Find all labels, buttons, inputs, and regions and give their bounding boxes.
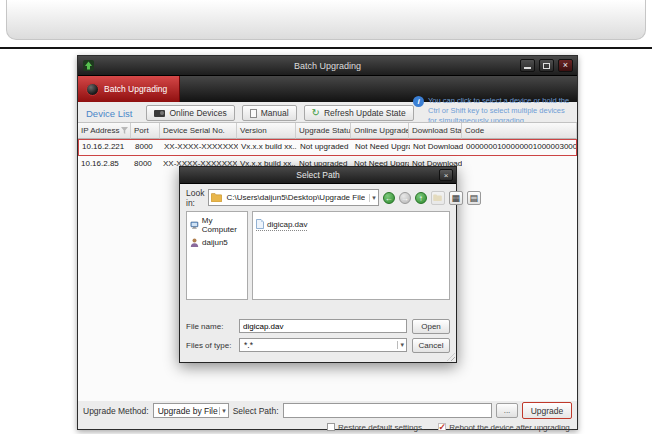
files-of-type-label: Files of type: <box>186 341 234 350</box>
new-folder-button[interactable] <box>431 191 445 205</box>
table-row-selected[interactable]: 10.16.2.221 8000 XX-XXXX-XXXXXXXXX... Vx… <box>78 139 577 156</box>
refresh-icon: ↻ <box>312 108 320 118</box>
grid-view-icon: ▦ <box>451 193 460 203</box>
col-download-state[interactable]: Download State <box>409 123 462 139</box>
cell-version: Vx.x.x build xx... <box>238 140 297 155</box>
reboot-label: Reboot the device after upgrading. <box>449 423 572 432</box>
upgrade-method-select[interactable]: Upgrade by File ▾ <box>153 403 229 418</box>
col-port[interactable]: Port <box>131 123 160 139</box>
user-icon <box>190 238 199 247</box>
manual-label: Manual <box>261 108 289 118</box>
places-sidebar: My Computer daijun5 <box>186 211 248 300</box>
footer-options: Restore default settings. ✓ Reboot the d… <box>327 421 572 433</box>
open-button[interactable]: Open <box>412 319 450 334</box>
divider-line <box>0 47 652 49</box>
cell-serial: XX-XXXX-XXXXXXXXX... <box>161 140 238 155</box>
close-icon: × <box>563 61 568 70</box>
screen: Batch Upgrading × Batch Upgrading Device… <box>0 0 652 434</box>
col-code[interactable]: Code <box>462 123 577 139</box>
file-list: digicap.dav <box>252 211 450 300</box>
batch-upgrading-window: Batch Upgrading × Batch Upgrading Device… <box>77 55 578 430</box>
window-titlebar: Batch Upgrading × <box>78 56 577 76</box>
restore-defaults-checkbox[interactable]: Restore default settings. <box>327 423 424 432</box>
place-label: My Computer <box>202 216 244 234</box>
restore-defaults-label: Restore default settings. <box>338 423 424 432</box>
cell-port: 8000 <box>132 140 161 155</box>
folder-icon <box>211 193 222 202</box>
col-upgrade-status[interactable]: Upgrade Status <box>296 123 351 139</box>
files-of-type-value: *.* <box>244 340 253 350</box>
select-path-dialog: Select Path × Look in: C:\Users\daijun5\… <box>179 166 457 363</box>
files-of-type-row: Files of type: *.* ▾ Cancel <box>186 337 450 353</box>
parent-directory-button[interactable]: ↑ <box>415 192 427 204</box>
place-label: daijun5 <box>202 238 228 247</box>
checkbox-checked-icon: ✓ <box>438 423 446 431</box>
batch-upgrading-icon <box>86 83 99 96</box>
col-version[interactable]: Version <box>237 123 296 139</box>
list-view-button[interactable]: ▤ <box>467 191 481 205</box>
cell-ip: 10.16.2.85 <box>78 156 131 172</box>
look-in-row: Look in: C:\Users\daijun5\Desktop\Upgrad… <box>186 189 450 206</box>
upgrade-footer: Upgrade Method: Upgrade by File ▾ Select… <box>78 401 577 420</box>
path-value: C:\Users\daijun5\Desktop\Upgrade File <box>226 193 365 202</box>
info-icon: i <box>413 96 424 107</box>
online-devices-label: Online Devices <box>169 108 226 118</box>
dialog-close-button[interactable]: × <box>439 169 453 181</box>
forward-button[interactable]: → <box>399 192 411 204</box>
close-icon: × <box>444 171 449 180</box>
device-list-label: Device List <box>86 108 132 119</box>
col-online-upgrade[interactable]: Online Upgrade <box>351 123 409 139</box>
look-in-label: Look in: <box>186 188 204 208</box>
back-button[interactable]: ← <box>383 192 395 204</box>
refresh-update-state-button[interactable]: ↻ Refresh Update State <box>304 105 414 121</box>
hint-text: You can click to select a device or hold… <box>428 96 571 125</box>
cell-port: 8000 <box>131 156 160 172</box>
cell-ip: 10.16.2.221 <box>79 140 132 155</box>
chevron-down-icon: ▾ <box>397 341 404 349</box>
selection-hint: i You can click to select a device or ho… <box>413 96 571 125</box>
dialog-title: Select Path <box>296 170 339 180</box>
decorative-banner <box>6 0 646 40</box>
col-device-serial[interactable]: Device Serial No. <box>160 123 237 139</box>
dialog-form: File name: Open Files of type: *.* ▾ Can… <box>186 318 450 354</box>
minimize-icon <box>524 67 531 69</box>
grid-view-button[interactable]: ▦ <box>449 191 463 205</box>
maximize-button[interactable] <box>539 59 554 72</box>
filter-icon[interactable] <box>121 127 128 134</box>
cell-code: 0000000100000001000003000000003a80... <box>463 140 576 155</box>
file-item-digicap[interactable]: digicap.dav <box>256 219 307 231</box>
file-icon <box>256 219 264 229</box>
files-of-type-select[interactable]: *.* ▾ <box>239 338 407 352</box>
col-ip-address[interactable]: IP Address <box>78 123 131 139</box>
window-title: Batch Upgrading <box>78 61 577 71</box>
upgrade-method-value: Upgrade by File <box>158 406 218 416</box>
cell-upgrade-status: Not upgraded <box>297 140 352 155</box>
place-daijun5[interactable]: daijun5 <box>187 236 247 249</box>
resize-grip[interactable] <box>447 353 455 361</box>
minimize-button[interactable] <box>520 59 535 72</box>
select-path-input[interactable] <box>283 403 492 418</box>
file-name-input[interactable] <box>239 319 407 333</box>
chevron-down-icon: ▾ <box>369 194 376 202</box>
place-my-computer[interactable]: My Computer <box>187 214 247 236</box>
manual-button[interactable]: Manual <box>242 105 297 121</box>
cell-code <box>462 156 577 172</box>
upgrade-button[interactable]: Upgrade <box>522 402 572 419</box>
close-button[interactable]: × <box>558 59 573 72</box>
window-controls: × <box>520 59 573 72</box>
cancel-button[interactable]: Cancel <box>412 338 450 353</box>
upgrade-method-label: Upgrade Method: <box>83 406 149 416</box>
dialog-titlebar: Select Path × <box>180 167 456 184</box>
browse-button[interactable]: ... <box>496 403 518 418</box>
list-view-icon: ▤ <box>469 193 478 203</box>
new-folder-icon <box>433 194 442 201</box>
table-header-row: IP Address Port Device Serial No. Versio… <box>78 123 577 139</box>
reboot-after-upgrade-checkbox[interactable]: ✓ Reboot the device after upgrading. <box>438 423 572 432</box>
file-name-label: File name: <box>186 322 234 331</box>
device-icon <box>154 110 165 117</box>
cell-download-state: Not Download <box>410 140 463 155</box>
online-devices-button[interactable]: Online Devices <box>146 105 234 121</box>
tab-batch-upgrading[interactable]: Batch Upgrading <box>78 76 180 102</box>
path-combobox[interactable]: C:\Users\daijun5\Desktop\Upgrade File ▾ <box>208 189 378 206</box>
manual-icon <box>250 109 257 118</box>
